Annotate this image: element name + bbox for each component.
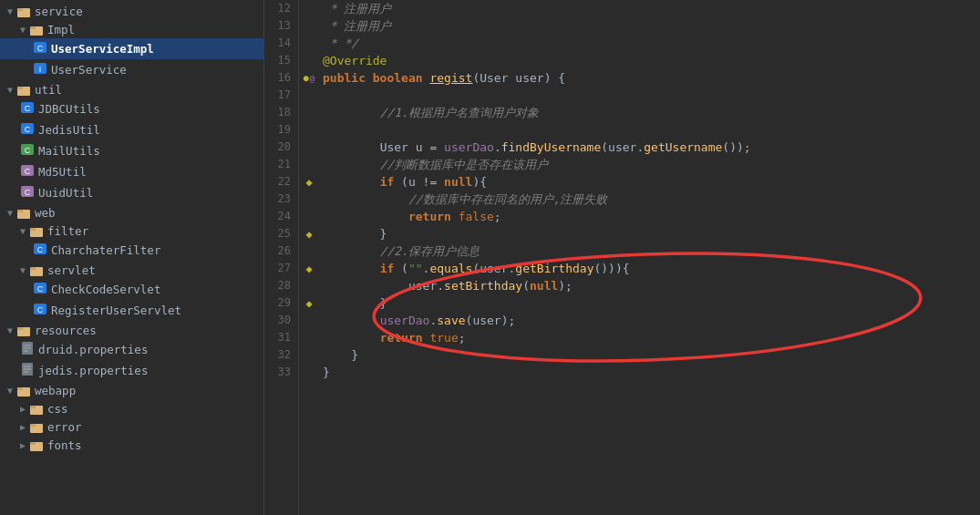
- arrow-css: ▶: [16, 404, 29, 414]
- svg-text:C: C: [37, 245, 44, 254]
- folder-icon-webapp: [16, 384, 31, 398]
- tree-item-charchaterfilter[interactable]: C CharchaterFilter: [0, 240, 263, 261]
- arrow-webapp: ▼: [4, 386, 16, 396]
- gutter: ● @ ◆ ◆ ◆ ◆: [299, 0, 319, 515]
- code-line-16: public boolean regist(User user) {: [323, 69, 980, 87]
- code-line-13: * 注册用户: [323, 17, 980, 35]
- tree-item-filter[interactable]: ▼ filter: [0, 221, 263, 240]
- code-line-21: //判断数据库中是否存在该用户: [323, 156, 980, 173]
- label-druidprops: druid.properties: [38, 343, 148, 356]
- label-util: util: [35, 83, 62, 97]
- folder-icon-css: [29, 402, 44, 417]
- svg-rect-49: [30, 442, 36, 445]
- tree-item-mailutils[interactable]: C MailUtils: [0, 140, 263, 161]
- tree-item-registeruserservlet[interactable]: C RegisterUserServlet: [0, 300, 263, 321]
- svg-rect-9: [17, 87, 23, 89]
- tree-item-fonts[interactable]: ▶ fonts: [0, 436, 263, 454]
- code-line-17: [323, 87, 980, 104]
- label-filter: filter: [47, 224, 88, 238]
- svg-rect-3: [30, 26, 36, 29]
- code-line-15: @Override: [323, 52, 980, 69]
- folder-icon-filter: [29, 224, 44, 239]
- tree-item-uuidutil[interactable]: C UuidUtil: [0, 182, 263, 203]
- tree-item-checkcodeservlet[interactable]: C CheckCodeServlet: [0, 279, 263, 300]
- code-line-26: //2.保存用户信息: [323, 242, 980, 260]
- tree-item-resources[interactable]: ▼ resources: [0, 321, 263, 339]
- tree-item-service[interactable]: ▼ service: [0, 2, 263, 20]
- label-web: web: [35, 206, 56, 220]
- interface-icon-userservice: I: [33, 61, 47, 78]
- arrow-error: ▶: [16, 422, 29, 432]
- label-webapp: webapp: [35, 384, 76, 397]
- arrow-web: ▼: [4, 208, 16, 218]
- tree-item-jedisutil[interactable]: C JedisUtil: [0, 119, 263, 140]
- svg-rect-43: [17, 387, 23, 390]
- icon-druidprops: [20, 341, 35, 358]
- tree-item-servlet[interactable]: ▼ servlet: [0, 261, 263, 279]
- label-impl: Impl: [47, 23, 75, 36]
- tree-item-druidprops[interactable]: druid.properties: [0, 339, 263, 360]
- code-editor[interactable]: 12 13 14 15 16 17 18 19 20 21 22 23 24 2…: [264, 0, 980, 515]
- tree-item-error[interactable]: ▶ error: [0, 417, 263, 436]
- label-jedisprops: jedis.properties: [38, 364, 148, 377]
- folder-icon-resources: [16, 324, 31, 338]
- svg-rect-23: [30, 228, 36, 231]
- tree-item-impl[interactable]: ▼ Impl: [0, 20, 263, 38]
- svg-rect-1: [17, 8, 23, 11]
- svg-text:C: C: [37, 284, 44, 294]
- label-service: service: [35, 5, 83, 18]
- tree-item-css[interactable]: ▶ css: [0, 399, 263, 417]
- folder-icon-servlet: [29, 263, 44, 278]
- svg-rect-45: [30, 406, 36, 408]
- svg-text:C: C: [25, 104, 31, 113]
- code-line-32: }: [323, 346, 980, 364]
- svg-text:C: C: [25, 125, 31, 134]
- arrow-util: ▼: [4, 85, 16, 95]
- folder-icon-web: [16, 206, 31, 221]
- tree-item-jdbcutils[interactable]: C JDBCUtils: [0, 98, 263, 119]
- tree-item-userservice[interactable]: I UserService: [0, 59, 263, 80]
- tree-item-util[interactable]: ▼ util: [0, 80, 263, 98]
- label-css: css: [47, 402, 68, 416]
- label-userserviceimpl: UserServiceImpl: [51, 42, 154, 56]
- tree-item-web[interactable]: ▼ web: [0, 203, 263, 221]
- tree-item-jedisprops[interactable]: jedis.properties: [0, 360, 263, 381]
- svg-text:C: C: [37, 44, 44, 53]
- line-numbers: 12 13 14 15 16 17 18 19 20 21 22 23 24 2…: [264, 0, 299, 515]
- code-line-29: }: [323, 294, 980, 312]
- label-error: error: [47, 420, 82, 434]
- label-checkcodeservlet: CheckCodeServlet: [51, 283, 160, 296]
- code-line-31: return true;: [323, 329, 980, 346]
- code-content[interactable]: * 注册用户 * 注册用户 * */ @Override public bool…: [319, 0, 980, 515]
- arrow-resources: ▼: [4, 325, 16, 335]
- folder-icon-fonts: [29, 438, 44, 453]
- code-line-24: return false;: [323, 208, 980, 225]
- class-icon-md5util: C: [20, 163, 35, 180]
- tree-item-userserviceimpl[interactable]: C UserServiceImpl: [0, 38, 263, 59]
- arrow-impl: ▼: [16, 25, 29, 35]
- code-line-20: User u = userDao.findByUsername(user.get…: [323, 139, 980, 156]
- code-line-23: //数据库中存在同名的用户,注册失败: [323, 191, 980, 208]
- tree-item-md5util[interactable]: C Md5Util: [0, 161, 263, 182]
- code-line-12: * 注册用户: [323, 0, 980, 17]
- arrow-filter: ▼: [16, 226, 29, 236]
- code-line-30: userDao.save(user);: [323, 312, 980, 329]
- file-tree[interactable]: ▼ service ▼ Impl C UserServiceImpl I Use…: [0, 0, 264, 515]
- label-servlet: servlet: [47, 263, 96, 277]
- code-line-19: [323, 121, 980, 139]
- label-md5util: Md5Util: [38, 165, 87, 179]
- class-icon-jdbcutils: C: [20, 100, 35, 118]
- svg-rect-27: [30, 267, 36, 270]
- class-icon-uuidutil: C: [20, 184, 35, 201]
- tree-item-webapp[interactable]: ▼ webapp: [0, 381, 263, 399]
- label-charchaterfilter: CharchaterFilter: [51, 243, 160, 257]
- svg-text:C: C: [25, 167, 31, 176]
- folder-icon-impl: [29, 23, 44, 37]
- class-icon-mailutils: C: [20, 142, 35, 160]
- label-jdbcutils: JDBCUtils: [38, 102, 100, 116]
- arrow-fonts: ▶: [16, 440, 29, 450]
- icon-jedisprops: [20, 362, 35, 379]
- arrow-service: ▼: [4, 6, 16, 16]
- class-icon-jedisutil: C: [20, 121, 35, 139]
- code-line-27: if ("".equals(user.getBirthday())){: [323, 260, 980, 277]
